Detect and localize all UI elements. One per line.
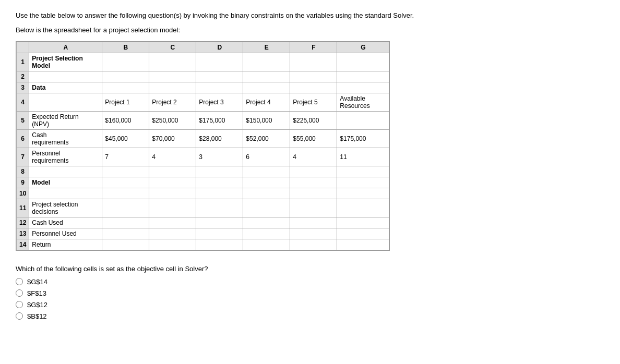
cell-f13 — [290, 228, 337, 239]
cell-a8 — [29, 166, 102, 177]
cell-d6: $28,000 — [196, 129, 243, 148]
col-header-a: A — [29, 42, 102, 53]
cell-f10 — [290, 188, 337, 199]
table-row: 5 Expected Return(NPV) $160,000 $250,000… — [17, 111, 389, 129]
row-num: 1 — [17, 53, 29, 71]
cell-a4 — [29, 93, 102, 111]
cell-a6: Cashrequirements — [29, 129, 102, 148]
cell-c1 — [149, 53, 196, 71]
col-header-d: D — [196, 42, 243, 53]
row-num: 11 — [17, 199, 29, 217]
cell-e6: $52,000 — [243, 129, 290, 148]
cell-b7: 7 — [102, 148, 149, 166]
column-header-row: A B C D E F G — [17, 42, 389, 53]
cell-f1 — [290, 53, 337, 71]
row-num: 12 — [17, 217, 29, 228]
cell-g9 — [337, 177, 389, 188]
cell-c9 — [149, 177, 196, 188]
intro-line1: Use the table below to answer the follow… — [16, 10, 604, 21]
cell-g6: $175,000 — [337, 129, 389, 148]
radio-opt3[interactable] — [16, 301, 23, 308]
cell-e5: $150,000 — [243, 111, 290, 129]
cell-c4: Project 2 — [149, 93, 196, 111]
cell-e9 — [243, 177, 290, 188]
row-num: 4 — [17, 93, 29, 111]
spreadsheet-table: A B C D E F G 1 Project SelectionModel 2 — [16, 42, 389, 250]
cell-a9: Model — [29, 177, 102, 188]
option-label-2[interactable]: $F$13 — [27, 289, 46, 297]
cell-d8 — [196, 166, 243, 177]
cell-a14: Return — [29, 239, 102, 250]
row-num: 3 — [17, 82, 29, 93]
cell-g8 — [337, 166, 389, 177]
cell-e4: Project 4 — [243, 93, 290, 111]
option-label-3[interactable]: $G$12 — [27, 301, 47, 309]
cell-b9 — [102, 177, 149, 188]
cell-b2 — [102, 71, 149, 82]
cell-b10 — [102, 188, 149, 199]
cell-b4: Project 1 — [102, 93, 149, 111]
cell-e7: 6 — [243, 148, 290, 166]
option-label-1[interactable]: $G$14 — [27, 278, 47, 286]
cell-g14 — [337, 239, 389, 250]
cell-f2 — [290, 71, 337, 82]
table-row: 6 Cashrequirements $45,000 $70,000 $28,0… — [17, 129, 389, 148]
col-header-e: E — [243, 42, 290, 53]
cell-a3: Data — [29, 82, 102, 93]
cell-c5: $250,000 — [149, 111, 196, 129]
cell-f11 — [290, 199, 337, 217]
cell-e1 — [243, 53, 290, 71]
radio-opt2[interactable] — [16, 289, 23, 297]
cell-c11 — [149, 199, 196, 217]
row-num: 6 — [17, 129, 29, 148]
cell-g3 — [337, 82, 389, 93]
table-row: 8 — [17, 166, 389, 177]
cell-f4: Project 5 — [290, 93, 337, 111]
cell-d1 — [196, 53, 243, 71]
cell-d14 — [196, 239, 243, 250]
table-row: 2 — [17, 71, 389, 82]
col-header-f: F — [290, 42, 337, 53]
row-num: 7 — [17, 148, 29, 166]
cell-a1: Project SelectionModel — [29, 53, 102, 71]
option-row-3[interactable]: $G$12 — [16, 301, 604, 309]
col-header-b: B — [102, 42, 149, 53]
spreadsheet-container: A B C D E F G 1 Project SelectionModel 2 — [16, 41, 390, 251]
cell-c14 — [149, 239, 196, 250]
cell-e10 — [243, 188, 290, 199]
cell-f9 — [290, 177, 337, 188]
cell-b5: $160,000 — [102, 111, 149, 129]
row-num: 13 — [17, 228, 29, 239]
cell-g7: 11 — [337, 148, 389, 166]
option-row-2[interactable]: $F$13 — [16, 289, 604, 297]
col-header-g: G — [337, 42, 389, 53]
cell-f12 — [290, 217, 337, 228]
cell-d12 — [196, 217, 243, 228]
cell-c7: 4 — [149, 148, 196, 166]
cell-g1 — [337, 53, 389, 71]
cell-c13 — [149, 228, 196, 239]
cell-f3 — [290, 82, 337, 93]
cell-f14 — [290, 239, 337, 250]
option-label-4[interactable]: $B$12 — [27, 312, 47, 320]
cell-b8 — [102, 166, 149, 177]
table-row: 12 Cash Used — [17, 217, 389, 228]
cell-b1 — [102, 53, 149, 71]
question-text: Which of the following cells is set as t… — [16, 265, 604, 273]
cell-d10 — [196, 188, 243, 199]
option-row-4[interactable]: $B$12 — [16, 312, 604, 320]
cell-f6: $55,000 — [290, 129, 337, 148]
radio-opt4[interactable] — [16, 312, 23, 320]
cell-e11 — [243, 199, 290, 217]
col-header-c: C — [149, 42, 196, 53]
intro-line2: Below is the spreadsheet for a project s… — [16, 26, 604, 34]
cell-b12 — [102, 217, 149, 228]
cell-a7: Personnelrequirements — [29, 148, 102, 166]
option-row-1[interactable]: $G$14 — [16, 278, 604, 286]
radio-opt1[interactable] — [16, 278, 23, 285]
cell-a12: Cash Used — [29, 217, 102, 228]
table-row: 7 Personnelrequirements 7 4 3 6 4 11 — [17, 148, 389, 166]
cell-b14 — [102, 239, 149, 250]
cell-a11: Project selectiondecisions — [29, 199, 102, 217]
cell-d9 — [196, 177, 243, 188]
